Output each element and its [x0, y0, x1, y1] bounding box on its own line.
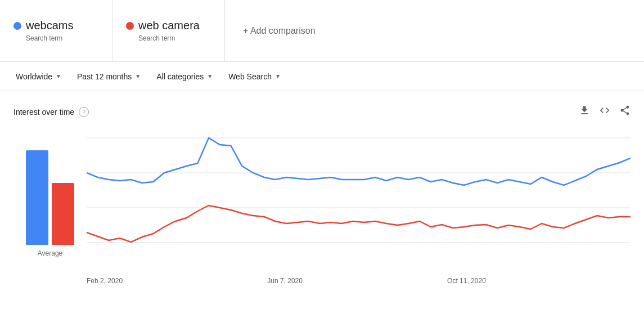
share-icon[interactable]: [619, 105, 631, 119]
term2-dot: [126, 22, 134, 30]
download-icon[interactable]: [579, 105, 590, 119]
trend-svg: 100 75 50 25: [87, 132, 631, 273]
x-label-2: Jun 7, 2020: [267, 277, 303, 285]
chart-section: Interest over time ? Average: [0, 91, 644, 285]
add-comparison-label: + Add comparison: [243, 26, 316, 36]
term2-cell: web camera Search term: [112, 0, 225, 61]
term1-dot: [13, 22, 21, 30]
x-axis-labels: Feb 2, 2020 Jun 7, 2020 Oct 11, 2020: [87, 275, 631, 285]
term2-sublabel: Search term: [126, 34, 211, 42]
term2-name: web camera: [126, 19, 211, 32]
help-icon[interactable]: ?: [79, 107, 89, 117]
bar-webcamera: [52, 183, 74, 245]
category-filter[interactable]: All categories ▼: [150, 68, 219, 86]
x-label-3: Oct 11, 2020: [447, 277, 486, 285]
chart-title: Interest over time: [13, 108, 74, 117]
term1-name: webcams: [13, 19, 98, 32]
term1-sublabel: Search term: [13, 34, 98, 42]
chart-header: Interest over time ?: [0, 100, 644, 123]
line-chart: 100 75 50 25 Feb 2, 2020 Jun 7, 2020 Oct…: [87, 132, 631, 285]
average-label: Average: [38, 249, 62, 257]
category-chevron-icon: ▼: [207, 73, 213, 79]
red-trend-line: [87, 205, 631, 242]
filter-bar: Worldwide ▼ Past 12 months ▼ All categor…: [0, 62, 644, 91]
x-label-1: Feb 2, 2020: [87, 277, 123, 285]
add-comparison-button[interactable]: + Add comparison: [225, 0, 644, 61]
bars-container: [26, 132, 74, 245]
bar-webcams: [26, 150, 48, 245]
bar-chart: Average: [13, 132, 87, 285]
chart-area: Average 100 75 50 25 F: [0, 123, 644, 285]
search-type-chevron-icon: ▼: [275, 73, 281, 79]
term1-cell: webcams Search term: [0, 0, 112, 61]
embed-icon[interactable]: [599, 105, 610, 119]
term2-label: web camera: [138, 19, 200, 32]
chart-actions: [579, 105, 631, 119]
period-chevron-icon: ▼: [135, 73, 141, 79]
search-type-label: Web Search: [228, 72, 272, 81]
period-filter[interactable]: Past 12 months ▼: [70, 68, 147, 86]
term1-label: webcams: [26, 19, 73, 32]
blue-trend-line: [87, 138, 631, 185]
region-chevron-icon: ▼: [56, 73, 61, 79]
header-bar: webcams Search term web camera Search te…: [0, 0, 644, 62]
period-label: Past 12 months: [77, 72, 132, 81]
search-type-filter[interactable]: Web Search ▼: [222, 68, 287, 86]
category-label: All categories: [156, 72, 204, 81]
region-filter[interactable]: Worldwide ▼: [9, 68, 68, 86]
region-label: Worldwide: [16, 72, 52, 81]
chart-title-area: Interest over time ?: [13, 107, 89, 117]
